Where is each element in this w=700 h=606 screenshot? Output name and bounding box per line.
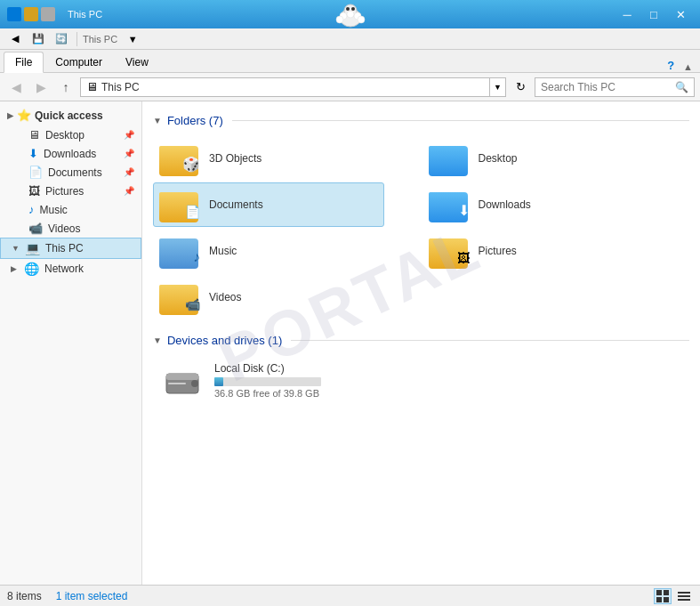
folders-grid: 🎲 3D Objects Desktop 📄 Document (153, 136, 689, 319)
svg-rect-20 (678, 599, 690, 601)
documents-label: Documents (48, 166, 102, 179)
folder-item-3dobjects[interactable]: 🎲 3D Objects (153, 136, 384, 181)
item-count: 8 items (7, 590, 42, 602)
folder-icon (7, 7, 21, 21)
network-icon: 🌐 (24, 262, 39, 276)
thispc-chevron-icon: ▼ (12, 244, 20, 253)
address-box[interactable]: 🖥 This PC ▼ (80, 77, 506, 97)
mascot-icon (331, 2, 370, 28)
documents-pin-icon: 📌 (124, 167, 134, 177)
folder-item-downloads[interactable]: ⬇ Downloads (422, 182, 654, 227)
back-quick-btn[interactable]: ◀ (5, 31, 25, 47)
desktop-label: Desktop (45, 129, 84, 141)
sidebar-section-quickaccess[interactable]: ▶ ⭐ Quick access (0, 105, 141, 125)
sidebar: ▶ ⭐ Quick access 🖥 Desktop 📌 ⬇ Downloads… (0, 101, 142, 585)
maximize-button[interactable]: □ (641, 5, 666, 23)
sidebar-item-music[interactable]: ♪ Music (0, 200, 141, 219)
videos-label: Videos (48, 222, 80, 235)
videos-overlay-icon: 📹 (185, 297, 200, 311)
downloads-icon: ⬇ (28, 147, 38, 160)
folder-label-music: Music (209, 245, 237, 257)
large-icons-view-btn[interactable] (654, 588, 672, 604)
sidebar-item-desktop[interactable]: 🖥 Desktop 📌 (0, 125, 141, 144)
videos-icon: 📹 (28, 222, 43, 235)
svg-rect-11 (166, 374, 198, 380)
folder-label-documents: Documents (209, 198, 263, 211)
folder-item-documents[interactable]: 📄 Documents (153, 182, 384, 227)
drive-info-c: Local Disk (C:) 36.8 GB free of 39.8 GB (214, 362, 447, 399)
drives-collapse-icon[interactable]: ▼ (153, 335, 162, 345)
back-button[interactable]: ◀ (5, 77, 27, 97)
mascot-area (331, 2, 370, 31)
close-button[interactable]: ✕ (668, 5, 693, 23)
properties-icon (41, 7, 55, 21)
address-input[interactable]: 🖥 This PC (80, 77, 490, 97)
desktop-pin-icon: 📌 (124, 130, 134, 140)
refresh-button[interactable]: ↻ (510, 77, 531, 97)
title-bar-left: This PC (7, 7, 102, 21)
svg-point-3 (351, 7, 355, 11)
drive-bar-fill-c (214, 377, 223, 386)
svg-point-12 (191, 380, 198, 387)
title-text: This PC (68, 9, 102, 20)
drives-section-title: Devices and drives (1) (167, 334, 282, 347)
help-button[interactable]: ? (662, 59, 680, 72)
folders-collapse-icon[interactable]: ▼ (153, 116, 162, 125)
tab-file[interactable]: File (4, 52, 44, 73)
folder-icon-documents: 📄 (159, 187, 202, 222)
network-chevron-icon: ▶ (11, 264, 17, 273)
customize-btn[interactable]: ▼ (123, 31, 142, 47)
downloads-label: Downloads (44, 148, 96, 160)
sidebar-item-documents[interactable]: 📄 Documents 📌 (0, 163, 141, 182)
folders-divider (232, 120, 689, 121)
tab-view[interactable]: View (114, 52, 160, 72)
downloads-pin-icon: 📌 (124, 149, 134, 158)
folder-item-videos[interactable]: 📹 Videos (153, 275, 384, 319)
svg-point-8 (358, 16, 365, 23)
folder-item-pictures[interactable]: 🖼 Pictures (422, 229, 654, 273)
drives-section-header: ▼ Devices and drives (1) (153, 334, 689, 347)
svg-rect-17 (664, 597, 669, 602)
status-bar: 8 items 1 item selected (0, 585, 700, 606)
sidebar-item-pictures[interactable]: 🖼 Pictures 📌 (0, 182, 141, 200)
up-button[interactable]: ↑ (55, 77, 76, 97)
folder-icon-3dobjects: 🎲 (159, 141, 202, 176)
folder-icon-downloads: ⬇ (429, 187, 471, 222)
drive-space-c: 36.8 GB free of 39.8 GB (214, 388, 447, 399)
forward-button[interactable]: ▶ (30, 77, 52, 97)
folder-item-desktop[interactable]: Desktop (422, 136, 654, 181)
collapse-ribbon-btn[interactable]: ▲ (680, 61, 696, 72)
edit-icon (24, 7, 38, 21)
undo-quick-btn[interactable]: 🔄 (52, 31, 71, 47)
drive-item-c[interactable]: Local Disk (C:) 36.8 GB free of 39.8 GB (153, 356, 455, 405)
details-icon (677, 589, 691, 603)
folder-item-music[interactable]: ♪ Music (153, 229, 384, 273)
music-icon: ♪ (28, 203, 35, 216)
sidebar-item-downloads[interactable]: ⬇ Downloads 📌 (0, 144, 141, 163)
thispc-label: This PC (45, 242, 84, 255)
svg-rect-18 (678, 592, 690, 594)
drive-icon-c (161, 363, 204, 399)
save-quick-btn[interactable]: 💾 (28, 31, 48, 47)
window-title-label: This PC (83, 34, 117, 44)
minimize-button[interactable]: ─ (615, 5, 640, 23)
tab-computer[interactable]: Computer (44, 52, 114, 72)
search-input[interactable] (541, 81, 675, 93)
address-dropdown-btn[interactable]: ▼ (490, 77, 506, 97)
sidebar-item-thispc[interactable]: ▼ 💻 This PC (0, 238, 141, 259)
drive-bar-bg-c (214, 377, 321, 386)
drive-name-c: Local Disk (C:) (214, 362, 447, 375)
address-bar: ◀ ▶ ↑ 🖥 This PC ▼ ↻ 🔍 (0, 73, 700, 101)
sidebar-item-videos[interactable]: 📹 Videos (0, 219, 141, 238)
network-label: Network (44, 263, 84, 275)
folder-label-desktop: Desktop (479, 152, 518, 165)
desktop-folder-icon: 🖥 (28, 128, 40, 141)
details-view-btn[interactable] (675, 588, 693, 604)
downloads-overlay-icon: ⬇ (458, 202, 470, 219)
folder-icon-desktop (429, 141, 471, 176)
search-box[interactable]: 🔍 (535, 77, 695, 97)
documents-overlay-icon: 📄 (185, 205, 200, 219)
sidebar-item-network[interactable]: ▶ 🌐 Network (0, 259, 141, 279)
address-text: This PC (101, 81, 140, 93)
folder-icon-music: ♪ (159, 233, 202, 269)
